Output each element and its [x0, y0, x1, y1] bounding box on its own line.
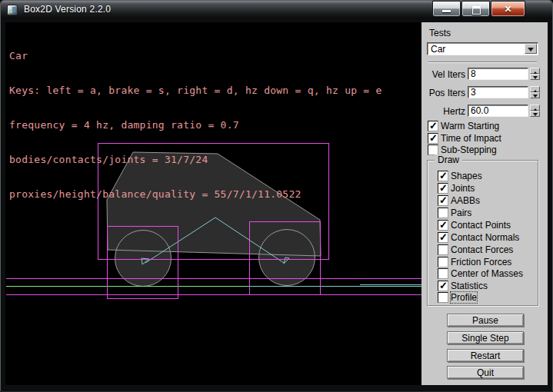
friction-forces-label: Friction Forces: [451, 257, 511, 267]
quit-button[interactable]: Quit: [447, 366, 524, 379]
contact-forces-checkbox-icon: [438, 244, 448, 255]
window-title: Box2D Version 2.2.0: [24, 4, 111, 15]
joints-checkbox-icon: [438, 183, 448, 194]
single-step-button[interactable]: Single Step: [447, 331, 524, 344]
contact-normals-checkbox-icon: [438, 232, 448, 243]
restart-button[interactable]: Restart: [447, 349, 524, 362]
pos-iters-up-button[interactable]: [530, 86, 540, 92]
warm-starting-checkbox-icon: [428, 121, 438, 131]
hud-keys-line: Keys: left = a, brake = s, right = d, hz…: [9, 85, 382, 96]
pos-iters-input[interactable]: [468, 86, 528, 98]
aabbs-label: AABBs: [451, 195, 480, 206]
maximize-button[interactable]: [461, 1, 490, 17]
hertz-up-button[interactable]: [530, 105, 540, 111]
pairs-label: Pairs: [451, 208, 471, 218]
contact-points-checkbox-icon: [438, 220, 448, 231]
tests-label: Tests: [429, 28, 451, 38]
close-button[interactable]: ✕: [491, 1, 525, 17]
statistics-label: Statistics: [451, 281, 488, 291]
hertz-input[interactable]: [468, 105, 528, 117]
pos-iters-spinner: [530, 86, 540, 98]
vel-iters-spinner: [530, 68, 540, 80]
tests-dropdown[interactable]: Car: [427, 42, 538, 55]
maximize-icon: [472, 6, 481, 15]
tests-dropdown-value: Car: [431, 44, 445, 55]
app-window: Box2D Version 2.2.0 ✕: [0, 0, 553, 392]
minimize-button[interactable]: [432, 1, 461, 17]
profile-checkbox-icon: [438, 292, 448, 303]
aabbs-checkbox-icon: [438, 195, 448, 206]
pos-iters-label: Pos Iters: [421, 88, 465, 98]
pause-button[interactable]: Pause: [447, 314, 524, 327]
time-of-impact-label: Time of Impact: [441, 133, 501, 144]
joints-label: Joints: [451, 183, 475, 194]
vel-iters-input[interactable]: [468, 68, 528, 80]
separator: [428, 61, 537, 63]
vel-iters-down-button[interactable]: [530, 74, 540, 80]
simulation-canvas[interactable]: Car Keys: left = a, brake = s, right = d…: [5, 22, 421, 385]
draw-groupbox: Draw Shapes Joints AABBs Pairs Contact P…: [427, 160, 538, 306]
hud-frequency-line: frequency = 4 hz, damping ratio = 0.7: [9, 119, 382, 131]
minimize-icon: [442, 10, 451, 12]
titlebar[interactable]: Box2D Version 2.2.0 ✕: [1, 1, 552, 18]
stats-hud: Car Keys: left = a, brake = s, right = d…: [9, 27, 382, 223]
hud-proxies-line: proxies/height/balance/quality = 55/7/1/…: [9, 188, 382, 200]
sub-stepping-checkbox-icon: [428, 145, 438, 155]
shapes-checkbox-icon: [438, 171, 448, 181]
pairs-checkbox-icon: [438, 208, 448, 218]
hud-test-title: Car: [9, 50, 382, 61]
shapes-label: Shapes: [451, 171, 482, 181]
contact-points-label: Contact Points: [451, 220, 511, 231]
hud-bodies-line: bodies/contacts/joints = 31/7/24: [9, 154, 382, 165]
pos-iters-down-button[interactable]: [530, 92, 540, 98]
hertz-down-button[interactable]: [530, 111, 540, 117]
control-panel: Tests Car Vel Iters Pos Iters Hertz: [421, 22, 548, 385]
sub-stepping-label: Sub-Stepping: [441, 145, 497, 155]
hertz-label: Hertz: [421, 106, 465, 117]
contact-forces-label: Contact Forces: [451, 244, 513, 255]
friction-forces-checkbox-icon: [438, 257, 448, 267]
statistics-checkbox-icon: [438, 281, 448, 291]
dropdown-arrow-button[interactable]: [525, 44, 537, 54]
profile-label: Profile: [451, 292, 477, 303]
app-icon: [7, 5, 18, 15]
vel-iters-label: Vel Iters: [421, 69, 465, 80]
time-of-impact-checkbox-icon: [428, 133, 438, 144]
close-icon: ✕: [491, 4, 525, 15]
contact-normals-label: Contact Normals: [451, 232, 519, 243]
hertz-spinner: [530, 105, 540, 117]
center-of-masses-label: Center of Masses: [451, 268, 523, 279]
center-of-masses-checkbox-icon: [438, 268, 448, 279]
vel-iters-up-button[interactable]: [530, 68, 540, 74]
draw-group-label: Draw: [435, 154, 462, 165]
warm-starting-label: Warm Starting: [441, 121, 499, 131]
